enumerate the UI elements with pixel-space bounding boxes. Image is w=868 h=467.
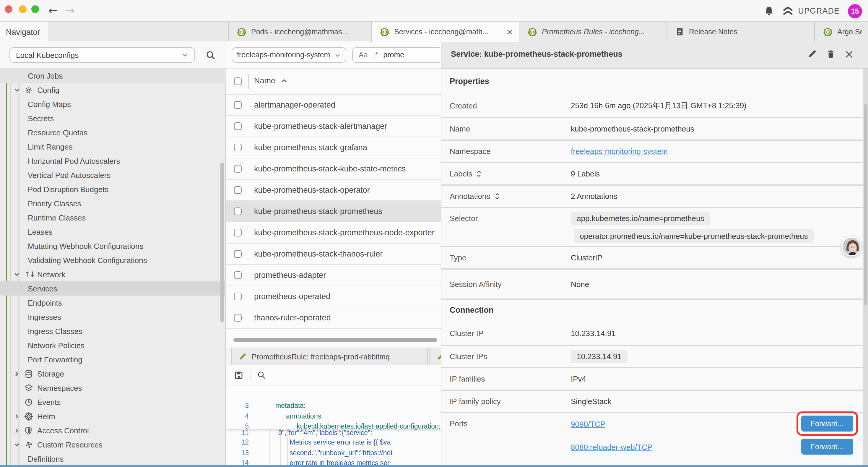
back-arrow-icon[interactable]: ←	[49, 3, 57, 18]
unfold-icon[interactable]	[476, 170, 482, 178]
sidebar-item-cron-jobs[interactable]: Cron Jobs	[0, 68, 226, 83]
sidebar-item-limit-ranges[interactable]: Limit Ranges	[0, 140, 226, 154]
row-checkbox[interactable]	[234, 207, 242, 215]
property-value[interactable]: freeleaps-monitoring-system	[571, 147, 668, 156]
sidebar-item-secrets[interactable]: Secrets	[0, 111, 226, 125]
editor-sticky-header: 3metadata:4annotations:5kubectl.kubernet…	[226, 385, 441, 429]
row-checkbox[interactable]	[234, 229, 242, 236]
sidebar-item-namespaces[interactable]: Namespaces	[0, 381, 226, 395]
bell-icon[interactable]	[764, 6, 774, 16]
sidebar-item-endpoints[interactable]: Endpoints	[0, 296, 226, 310]
sidebar-item-services[interactable]: Services	[0, 282, 226, 296]
sidebar-item-ingress-classes[interactable]: Ingress Classes	[0, 324, 226, 338]
row-checkbox[interactable]	[234, 314, 242, 322]
table-row[interactable]: thanos-ruler-operated	[226, 308, 441, 329]
tab-close-icon[interactable]: ✕	[506, 28, 513, 36]
regex-toggle[interactable]: .*	[373, 51, 378, 59]
chevron-right-icon[interactable]	[13, 370, 20, 377]
editor-search-icon[interactable]	[257, 371, 266, 380]
row-checkbox[interactable]	[234, 101, 242, 109]
table-row[interactable]: kube-prometheus-stack-prometheus-node-ex…	[226, 222, 441, 243]
row-checkbox[interactable]	[234, 250, 242, 258]
close-icon[interactable]	[845, 50, 853, 58]
tab-services-icecheng-math[interactable]: Services - icecheng@math...✕	[371, 22, 519, 42]
sidebar-item-runtime-classes[interactable]: Runtime Classes	[0, 210, 226, 225]
table-row[interactable]: kube-prometheus-stack-alertmanager	[226, 116, 441, 137]
sidebar-item-definitions[interactable]: Definitions	[0, 451, 226, 466]
table-row[interactable]: kube-prometheus-stack-operator	[226, 180, 441, 201]
table-row[interactable]: kube-prometheus-stack-kube-state-metrics	[226, 158, 441, 180]
table-row[interactable]: alertmanager-operated	[226, 95, 441, 116]
edit-pencil-icon[interactable]	[808, 50, 816, 59]
sidebar-item-ingresses[interactable]: Ingresses	[0, 310, 226, 324]
sidebar-item-resource-quotas[interactable]: Resource Quotas	[0, 125, 226, 140]
tab-release-notes[interactable]: Release Notes	[666, 22, 814, 41]
sidebar-item-label: Network	[37, 270, 65, 279]
chevron-down-icon[interactable]	[13, 441, 20, 448]
chevron-right-icon[interactable]	[13, 427, 20, 434]
table-row[interactable]: prometheus-adapter	[226, 265, 441, 286]
avatar[interactable]	[841, 236, 862, 257]
drawer-scrollbar[interactable]	[863, 68, 868, 467]
row-checkbox[interactable]	[234, 186, 242, 194]
row-checkbox[interactable]	[234, 144, 242, 151]
sidebar-item-network-policies[interactable]: Network Policies	[0, 338, 226, 352]
notification-badge[interactable]: 15	[848, 4, 862, 18]
search-icon[interactable]	[206, 50, 216, 60]
table-row[interactable]: prometheus-operated	[226, 286, 441, 308]
namespace-filter-select[interactable]: freeleaps-monitoring-system	[231, 47, 346, 63]
search-input[interactable]: Aa .* prome	[352, 47, 440, 63]
forward-arrow-icon[interactable]: →	[66, 3, 74, 18]
tab-prometheus-rules-icecheng[interactable]: Prometheus Rules - icecheng...	[519, 22, 666, 41]
sidebar-item-pod-disruption-budgets[interactable]: Pod Disruption Budgets	[0, 182, 226, 196]
zoom-window-button[interactable]	[31, 5, 39, 13]
yaml-editor[interactable]: 3metadata:4annotations:5kubectl.kubernet…	[226, 385, 441, 467]
match-case-toggle[interactable]: Aa	[359, 51, 368, 59]
table-row[interactable]: kube-prometheus-stack-prometheus	[226, 201, 441, 222]
sidebar-item-mutating-webhook-configurations[interactable]: Mutating Webhook Configurations	[0, 239, 226, 253]
sidebar-item-horizontal-pod-autoscalers[interactable]: Horizontal Pod Autoscalers	[0, 154, 226, 168]
save-icon[interactable]	[234, 370, 243, 380]
sidebar-item-vertical-pod-autoscalers[interactable]: Vertical Pod Autoscalers	[0, 168, 226, 182]
table-row[interactable]: kube-prometheus-stack-grafana	[226, 137, 441, 158]
select-all-checkbox[interactable]	[234, 78, 242, 85]
sidebar-item-config[interactable]: Config	[0, 83, 226, 97]
sidebar-item-network[interactable]: ↑↓Network	[0, 267, 226, 282]
editor-tab-prometheusrule[interactable]: PrometheusRule: freeleaps-prod-rabbitmq	[231, 348, 428, 365]
row-checkbox[interactable]	[234, 271, 242, 279]
chevron-down-icon	[335, 52, 341, 58]
port-link[interactable]: 8080:reloader-web/TCP	[571, 443, 652, 451]
chevron-down-icon[interactable]	[13, 87, 20, 93]
sidebar-item-events[interactable]: Events	[0, 395, 226, 409]
sidebar-item-validating-webhook-configurations[interactable]: Validating Webhook Configurations	[0, 253, 226, 267]
sidebar-item-storage[interactable]: Storage	[0, 367, 226, 381]
sidebar-item-priority-classes[interactable]: Priority Classes	[0, 196, 226, 210]
row-checkbox[interactable]	[234, 293, 242, 300]
row-checkbox[interactable]	[234, 122, 242, 130]
tab-pods-icecheng-mathmas[interactable]: Pods - icecheng@mathmas...	[228, 22, 371, 41]
sidebar-item-access-control[interactable]: Access Control	[0, 423, 226, 437]
chevron-right-icon[interactable]	[13, 413, 20, 419]
row-checkbox[interactable]	[234, 165, 242, 173]
close-window-button[interactable]	[5, 5, 12, 13]
horizontal-scrollbar[interactable]	[234, 338, 437, 342]
name-column-header[interactable]: Name	[254, 76, 288, 85]
upgrade-button[interactable]: UPGRADE	[782, 6, 840, 16]
kubeconfig-select[interactable]: Local Kubeconfigs	[9, 47, 195, 63]
sidebar-item-custom-resources[interactable]: Custom Resources	[0, 437, 226, 451]
chevron-down-icon[interactable]	[13, 271, 20, 278]
tab-argo-se[interactable]: Argo Se	[814, 22, 868, 41]
minimize-window-button[interactable]	[19, 5, 27, 13]
sidebar-item-leases[interactable]: Leases	[0, 225, 226, 239]
navigator-panel-label[interactable]: Navigator	[0, 22, 48, 42]
sidebar-item-port-forwarding[interactable]: Port Forwarding	[0, 352, 226, 367]
sidebar-scrollbar[interactable]	[220, 163, 224, 322]
port-link[interactable]: 9090/TCP	[571, 420, 606, 429]
delete-trash-icon[interactable]	[827, 50, 835, 59]
forward-button[interactable]: Forward...	[801, 439, 853, 455]
sidebar-item-config-maps[interactable]: Config Maps	[0, 97, 226, 111]
sidebar-item-helm[interactable]: Helm	[0, 409, 226, 423]
resource-tree: Cron JobsConfigConfig MapsSecretsResourc…	[0, 68, 226, 467]
unfold-icon[interactable]	[494, 193, 500, 200]
table-row[interactable]: kube-prometheus-stack-thanos-ruler	[226, 243, 441, 265]
